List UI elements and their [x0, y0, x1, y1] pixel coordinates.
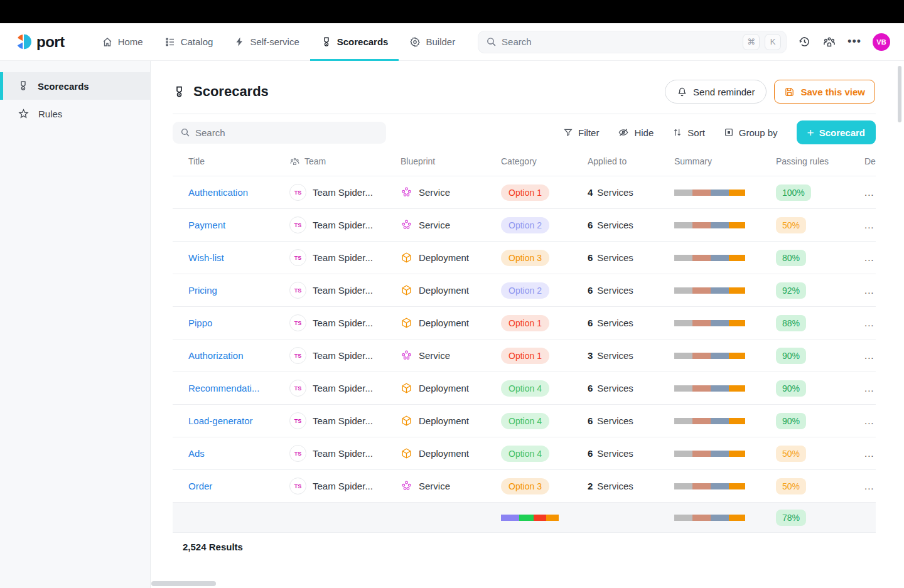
table-search-input[interactable] [195, 127, 379, 138]
passing-rules-pill: 50% [776, 478, 806, 494]
group-by-button[interactable]: Group by [724, 127, 778, 138]
deployment-icon [401, 382, 412, 394]
lightning-icon [234, 36, 245, 47]
row-title-link[interactable]: Pippo [188, 318, 289, 328]
row-more-button[interactable]: ... [864, 383, 876, 393]
column-header-passing-rules[interactable]: Passing rules [776, 156, 864, 166]
filter-button[interactable]: Filter [563, 127, 599, 138]
divider [173, 114, 876, 114]
applied-to: 2Services [588, 481, 674, 491]
top-navbar: port Home Catalog Self-service Scorecard… [0, 23, 904, 61]
table-row[interactable]: Pricing TS Team Spider... Deployment Opt… [173, 274, 876, 306]
user-avatar[interactable]: VB [873, 33, 890, 51]
team-badge: TS [289, 314, 306, 331]
sidebar-item-rules[interactable]: Rules [0, 100, 150, 127]
column-header-category[interactable]: Category [501, 156, 588, 166]
row-title-link[interactable]: Recommendati... [188, 383, 289, 393]
row-more-button[interactable]: ... [864, 415, 876, 426]
applied-to: 6Services [588, 220, 674, 230]
table-row[interactable]: Wish-list TS Team Spider... Deployment O… [173, 241, 876, 274]
row-more-button[interactable]: ... [864, 318, 876, 328]
row-more-button[interactable]: ... [864, 350, 876, 361]
row-more-button[interactable]: ... [864, 448, 876, 459]
table-row[interactable]: Payment TS Team Spider... Service Option… [173, 208, 876, 241]
row-title-link[interactable]: Authorization [188, 350, 289, 361]
aggregate-passing-pill: 78% [776, 510, 806, 526]
medal-icon [173, 85, 186, 99]
service-icon [401, 350, 412, 361]
hide-button[interactable]: Hide [618, 127, 654, 138]
row-title-link[interactable]: Load-generator [188, 415, 289, 426]
deployment-icon [401, 317, 412, 329]
nav-item-builder[interactable]: Builder [399, 23, 466, 60]
applied-to: 6Services [588, 383, 674, 393]
column-header-applied-to[interactable]: Applied to [588, 156, 674, 166]
page-title: Scorecards [193, 83, 269, 100]
column-header-summary[interactable]: Summary [674, 156, 776, 166]
os-titlebar [0, 0, 904, 23]
sidebar-item-scorecards[interactable]: Scorecards [0, 72, 150, 100]
add-scorecard-button[interactable]: + Scorecard [797, 120, 876, 144]
port-logo[interactable]: port [15, 33, 65, 51]
more-menu-icon[interactable]: ••• [848, 35, 861, 48]
table-row[interactable]: Order TS Team Spider... Service Option 3… [173, 469, 876, 502]
deployment-icon [401, 284, 412, 296]
applied-to: 6Services [588, 318, 674, 328]
team-badge: TS [289, 412, 306, 429]
sort-button[interactable]: Sort [672, 127, 705, 138]
row-more-button[interactable]: ... [864, 252, 876, 263]
table-row[interactable]: Authentication TS Team Spider... Service… [173, 176, 876, 208]
deployment-icon [401, 415, 412, 427]
table-row[interactable]: Load-generator TS Team Spider... Deploym… [173, 404, 876, 437]
eye-off-icon [618, 127, 629, 138]
summary-bar [501, 515, 559, 521]
passing-rules-pill: 50% [776, 446, 806, 462]
global-search[interactable]: ⌘ K [478, 31, 787, 53]
table-row[interactable]: Ads TS Team Spider... Deployment Option … [173, 437, 876, 469]
nav-item-self-service[interactable]: Self-service [223, 23, 309, 60]
team-badge: TS [289, 282, 306, 299]
passing-rules-pill: 88% [776, 315, 806, 331]
nav-item-catalog[interactable]: Catalog [154, 23, 224, 60]
horizontal-scrollbar[interactable] [151, 581, 216, 586]
table-row[interactable]: Authorization TS Team Spider... Service … [173, 339, 876, 372]
summary-bar [674, 320, 745, 326]
applied-to: 4Services [588, 187, 674, 198]
blueprint-name: Deployment [419, 252, 469, 263]
row-more-button[interactable]: ... [864, 285, 876, 296]
teams-icon[interactable] [822, 35, 836, 49]
table-search[interactable] [173, 122, 386, 144]
nav-item-scorecards[interactable]: Scorecards [310, 23, 399, 60]
row-title-link[interactable]: Payment [188, 220, 289, 230]
team-name: Team Spider... [313, 252, 373, 263]
passing-rules-pill: 90% [776, 413, 806, 429]
row-more-button[interactable]: ... [864, 187, 876, 198]
column-header-de[interactable]: De [864, 156, 876, 166]
row-more-button[interactable]: ... [864, 481, 876, 491]
global-search-input[interactable] [502, 36, 738, 47]
row-title-link[interactable]: Wish-list [188, 252, 289, 263]
category-pill: Option 4 [501, 380, 549, 397]
applied-to: 6Services [588, 415, 674, 426]
passing-rules-pill: 90% [776, 348, 806, 364]
row-more-button[interactable]: ... [864, 220, 876, 230]
table-row[interactable]: Recommendati... TS Team Spider... Deploy… [173, 372, 876, 404]
table-row[interactable]: Pippo TS Team Spider... Deployment Optio… [173, 306, 876, 339]
team-icon [289, 156, 300, 167]
save-view-button[interactable]: Save this view [774, 80, 875, 104]
row-title-link[interactable]: Pricing [188, 285, 289, 296]
row-title-link[interactable]: Ads [188, 448, 289, 459]
row-title-link[interactable]: Authentication [188, 187, 289, 198]
team-badge: TS [289, 249, 306, 266]
column-header-title[interactable]: Title [188, 156, 289, 166]
category-pill: Option 3 [501, 250, 549, 266]
column-header-blueprint[interactable]: Blueprint [401, 156, 501, 166]
row-title-link[interactable]: Order [188, 481, 289, 491]
column-header-team[interactable]: Team [289, 156, 401, 167]
blueprint-name: Deployment [419, 448, 469, 459]
send-reminder-button[interactable]: Send reminder [665, 80, 767, 104]
passing-rules-pill: 92% [776, 282, 806, 299]
vertical-scrollbar[interactable] [898, 66, 901, 122]
history-icon[interactable] [798, 35, 811, 48]
nav-item-home[interactable]: Home [91, 23, 154, 60]
